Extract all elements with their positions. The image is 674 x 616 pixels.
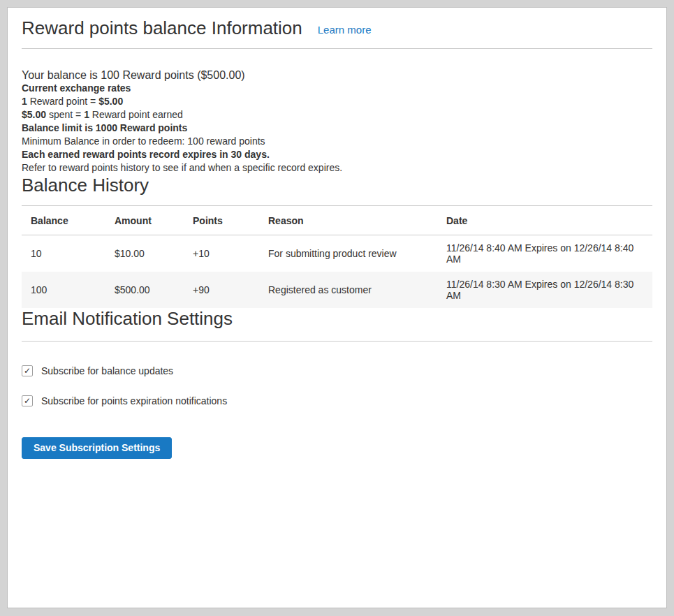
- rate1-amount: $5.00: [98, 96, 123, 107]
- cell-amount: $10.00: [105, 235, 184, 272]
- table-row: 100$500.00+90Registered as customer11/26…: [22, 272, 652, 308]
- cell-points: +90: [184, 272, 259, 308]
- rate1-points: 1: [22, 96, 27, 107]
- subscription-checkbox-row[interactable]: ✓Subscribe for points expiration notific…: [22, 395, 652, 406]
- history-table-body: 10$10.00+10For submitting product review…: [22, 235, 652, 309]
- minimum-redeem-text: Minimum Balance in order to redeem: 100 …: [22, 135, 652, 148]
- checkbox-label: Subscribe for balance updates: [41, 365, 173, 376]
- email-settings-heading: Email Notification Settings: [22, 308, 652, 330]
- column-header-date: Date: [437, 206, 652, 235]
- exchange-rate-line-2: $5.00 spent = 1 Reward point earned: [22, 108, 652, 122]
- learn-more-link[interactable]: Learn more: [318, 24, 372, 36]
- balance-history-table: BalanceAmountPointsReasonDate 10$10.00+1…: [22, 205, 652, 308]
- checkbox-label: Subscribe for points expiration notifica…: [41, 395, 227, 406]
- balance-limit-text: Balance limit is 1000 Reward points: [22, 122, 652, 135]
- balance-summary: Your balance is 100 Reward points ($500.…: [22, 69, 652, 82]
- title-divider: [22, 48, 652, 49]
- rate2-points: 1: [84, 109, 89, 120]
- page-title-row: Reward points balance Information Learn …: [22, 16, 652, 39]
- page-title: Reward points balance Information: [22, 17, 302, 39]
- rate2-amount: $5.00: [22, 109, 46, 120]
- rate2-text1: spent =: [46, 109, 84, 120]
- column-header-amount: Amount: [105, 206, 184, 235]
- cell-reason: Registered as customer: [259, 272, 437, 308]
- history-table-header-row: BalanceAmountPointsReasonDate: [22, 206, 652, 235]
- cell-date: 11/26/14 8:30 AM Expires on 12/26/14 8:3…: [437, 272, 652, 308]
- cell-amount: $500.00: [105, 272, 184, 308]
- column-header-reason: Reason: [259, 206, 437, 235]
- checkbox-list: ✓Subscribe for balance updates✓Subscribe…: [22, 365, 652, 406]
- cell-balance: 100: [22, 272, 105, 308]
- exchange-rate-line-1: 1 Reward point = $5.00: [22, 95, 652, 108]
- save-subscription-settings-button[interactable]: Save Subscription Settings: [22, 437, 172, 459]
- column-header-points: Points: [184, 206, 259, 235]
- subscription-checkbox-row[interactable]: ✓Subscribe for balance updates: [22, 365, 652, 376]
- rate2-text2: Reward point earned: [89, 109, 183, 120]
- cell-balance: 10: [22, 235, 105, 272]
- exchange-rates-heading: Current exchange rates: [22, 82, 652, 95]
- email-settings-divider: [22, 341, 652, 342]
- cell-date: 11/26/14 8:40 AM Expires on 12/26/14 8:4…: [437, 235, 652, 272]
- checkbox[interactable]: ✓: [22, 395, 33, 406]
- rate1-text: Reward point =: [27, 96, 98, 107]
- expiry-note-text: Refer to reward points history to see if…: [22, 161, 652, 175]
- expiry-rule-text: Each earned reward points record expires…: [22, 148, 652, 161]
- cell-points: +10: [184, 235, 259, 272]
- cell-reason: For submitting product review: [259, 235, 437, 272]
- checkbox[interactable]: ✓: [22, 365, 33, 376]
- table-row: 10$10.00+10For submitting product review…: [22, 235, 652, 272]
- reward-info-card: Reward points balance Information Learn …: [7, 7, 667, 608]
- column-header-balance: Balance: [22, 206, 105, 235]
- balance-history-heading: Balance History: [22, 175, 652, 196]
